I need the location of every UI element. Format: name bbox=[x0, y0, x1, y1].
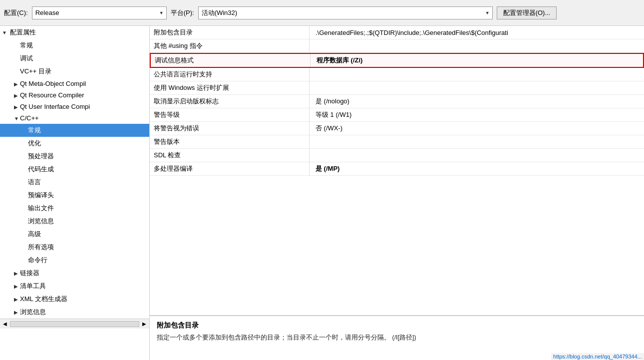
sidebar-item-label: 浏览信息 bbox=[20, 308, 46, 316]
sidebar-item-qt-meta[interactable]: Qt Meta-Object Compil bbox=[0, 78, 149, 89]
prop-row-10[interactable]: 多处理器编译是 (/MP) bbox=[150, 162, 644, 176]
sidebar-item-cpp-codegen[interactable]: 代码生成 bbox=[0, 163, 149, 176]
sidebar-item-cpp-output[interactable]: 输出文件 bbox=[0, 202, 149, 215]
sidebar-item-qt-ui[interactable]: Qt User Interface Compi bbox=[0, 101, 149, 112]
sidebar-item-manifest[interactable]: 清单工具 bbox=[0, 280, 149, 293]
sidebar-item-debug[interactable]: 调试 bbox=[0, 52, 149, 65]
sidebar-item-label: 预编译头 bbox=[28, 191, 54, 199]
prop-value-6: 等级 1 (/W1) bbox=[310, 108, 644, 121]
sidebar-item-general[interactable]: 常规 bbox=[0, 39, 149, 52]
toolbar: 配置(C): Release 平台(P): 活动(Win32) 配置管理器(O)… bbox=[0, 0, 644, 26]
prop-name-0: 附加包含目录 bbox=[150, 26, 310, 39]
config-select[interactable]: Release bbox=[32, 6, 167, 19]
prop-name-6: 警告等级 bbox=[150, 108, 310, 121]
prop-name-5: 取消显示启动版权标志 bbox=[150, 95, 310, 108]
scroll-left[interactable]: ◀ bbox=[1, 321, 9, 327]
prop-value-2: 程序数据库 (/Zi) bbox=[311, 54, 643, 67]
triangle-closed bbox=[14, 297, 20, 302]
sidebar-item-label: VC++ 目录 bbox=[20, 67, 51, 75]
sidebar-item-label: 调试 bbox=[20, 54, 33, 62]
prop-row-1[interactable]: 其他 #using 指令 bbox=[150, 39, 644, 53]
prop-value-7: 否 (/WX-) bbox=[310, 122, 644, 135]
sidebar-item-label: 语言 bbox=[28, 178, 41, 186]
triangle-closed bbox=[14, 271, 20, 276]
prop-row-4[interactable]: 使用 Windows 运行时扩展 bbox=[150, 81, 644, 95]
sidebar-item-config-props[interactable]: 配置属性 bbox=[0, 26, 149, 39]
prop-value-9 bbox=[310, 153, 644, 157]
sidebar-item-label: 命令行 bbox=[28, 256, 47, 264]
sidebar-scrollbar[interactable]: ◀ ▶ bbox=[0, 319, 149, 329]
prop-row-3[interactable]: 公共语言运行时支持 bbox=[150, 68, 644, 81]
config-select-wrapper: Release bbox=[32, 6, 167, 19]
prop-name-3: 公共语言运行时支持 bbox=[150, 68, 310, 81]
prop-value-8 bbox=[310, 140, 644, 144]
prop-row-2[interactable]: 调试信息格式程序数据库 (/Zi) bbox=[150, 53, 644, 68]
sidebar-item-cpp-lang[interactable]: 语言 bbox=[0, 176, 149, 189]
sidebar-item-linker[interactable]: 链接器 bbox=[0, 267, 149, 280]
sidebar-item-vcpp-dirs[interactable]: VC++ 目录 bbox=[0, 65, 149, 78]
sidebar-item-label: 浏览信息 bbox=[28, 217, 54, 225]
prop-name-9: SDL 检查 bbox=[150, 149, 310, 162]
sidebar-item-cpp-browse[interactable]: 浏览信息 bbox=[0, 215, 149, 228]
prop-name-2: 调试信息格式 bbox=[151, 54, 311, 67]
property-table: 附加包含目录.\GeneratedFiles;.;$(QTDIR)\includ… bbox=[150, 26, 644, 315]
scroll-right[interactable]: ▶ bbox=[140, 321, 148, 327]
sidebar-item-label: 链接器 bbox=[20, 269, 39, 277]
prop-row-0[interactable]: 附加包含目录.\GeneratedFiles;.;$(QTDIR)\includ… bbox=[150, 26, 644, 39]
sidebar-item-browse-info[interactable]: 浏览信息 bbox=[0, 306, 149, 319]
triangle-closed bbox=[14, 284, 20, 289]
content-panel: 附加包含目录.\GeneratedFiles;.;$(QTDIR)\includ… bbox=[150, 26, 644, 360]
sidebar-item-xml-gen[interactable]: XML 文档生成器 bbox=[0, 293, 149, 306]
platform-select[interactable]: 活动(Win32) bbox=[198, 6, 493, 19]
triangle-closed bbox=[14, 81, 20, 87]
sidebar: 配置属性常规调试VC++ 目录Qt Meta-Object CompilQt R… bbox=[0, 26, 150, 360]
sidebar-item-label: 输出文件 bbox=[28, 204, 54, 212]
sidebar-item-label: 常规 bbox=[20, 41, 33, 49]
prop-name-7: 将警告视为错误 bbox=[150, 122, 310, 135]
sidebar-item-label: 优化 bbox=[28, 139, 41, 147]
sidebar-item-label: Qt User Interface Compi bbox=[20, 103, 90, 110]
prop-value-4 bbox=[310, 86, 644, 90]
scroll-track[interactable] bbox=[10, 321, 139, 327]
sidebar-item-cpp-preproc[interactable]: 预处理器 bbox=[0, 150, 149, 163]
sidebar-item-label: 配置属性 bbox=[10, 28, 36, 37]
prop-row-8[interactable]: 警告版本 bbox=[150, 135, 644, 149]
sidebar-item-cpp-allopts[interactable]: 所有选项 bbox=[0, 241, 149, 254]
sidebar-item-label: 所有选项 bbox=[28, 243, 54, 251]
sidebar-item-label: XML 文档生成器 bbox=[20, 295, 67, 303]
prop-name-1: 其他 #using 指令 bbox=[150, 39, 310, 52]
prop-name-8: 警告版本 bbox=[150, 135, 310, 148]
prop-value-3 bbox=[310, 72, 644, 76]
prop-row-5[interactable]: 取消显示启动版权标志是 (/nologo) bbox=[150, 95, 644, 108]
description-text: 指定一个或多个要添加到包含路径中的目录；当目录不止一个时，请用分号分隔。 (/I… bbox=[157, 333, 637, 343]
sidebar-item-label: Qt Meta-Object Compil bbox=[20, 80, 86, 87]
prop-row-9[interactable]: SDL 检查 bbox=[150, 149, 644, 162]
prop-value-5: 是 (/nologo) bbox=[310, 95, 644, 108]
prop-row-7[interactable]: 将警告视为错误否 (/WX-) bbox=[150, 122, 644, 135]
prop-name-4: 使用 Windows 运行时扩展 bbox=[150, 81, 310, 94]
sidebar-item-label: 代码生成 bbox=[28, 165, 54, 173]
prop-name-10: 多处理器编译 bbox=[150, 162, 310, 175]
sidebar-item-label: 高级 bbox=[28, 230, 41, 238]
platform-select-wrapper: 活动(Win32) bbox=[198, 6, 493, 19]
sidebar-item-qt-resource[interactable]: Qt Resource Compiler bbox=[0, 89, 149, 101]
sidebar-item-label: 常规 bbox=[28, 126, 41, 134]
config-manager-button[interactable]: 配置管理器(O)... bbox=[497, 6, 557, 19]
sidebar-item-cpp-pch[interactable]: 预编译头 bbox=[0, 189, 149, 202]
sidebar-item-label: Qt Resource Compiler bbox=[20, 91, 84, 99]
triangle-closed bbox=[14, 104, 20, 110]
sidebar-item-cpp-opt[interactable]: 优化 bbox=[0, 137, 149, 150]
sidebar-item-label: 清单工具 bbox=[20, 282, 46, 290]
sidebar-item-cpp-cmdline[interactable]: 命令行 bbox=[0, 254, 149, 267]
triangle-open bbox=[2, 30, 8, 35]
prop-row-6[interactable]: 警告等级等级 1 (/W1) bbox=[150, 108, 644, 122]
sidebar-item-cpp-advanced[interactable]: 高级 bbox=[0, 228, 149, 241]
prop-value-10: 是 (/MP) bbox=[310, 162, 644, 175]
sidebar-item-cpp-general[interactable]: 常规 bbox=[0, 124, 149, 137]
main-area: 配置属性常规调试VC++ 目录Qt Meta-Object CompilQt R… bbox=[0, 26, 644, 360]
config-label: 配置(C): bbox=[4, 8, 28, 17]
prop-value-0: .\GeneratedFiles;.;$(QTDIR)\include;.\Ge… bbox=[310, 27, 644, 38]
triangle-open bbox=[14, 116, 20, 121]
platform-label: 平台(P): bbox=[171, 8, 194, 17]
sidebar-item-cpp[interactable]: C/C++ bbox=[0, 112, 149, 124]
